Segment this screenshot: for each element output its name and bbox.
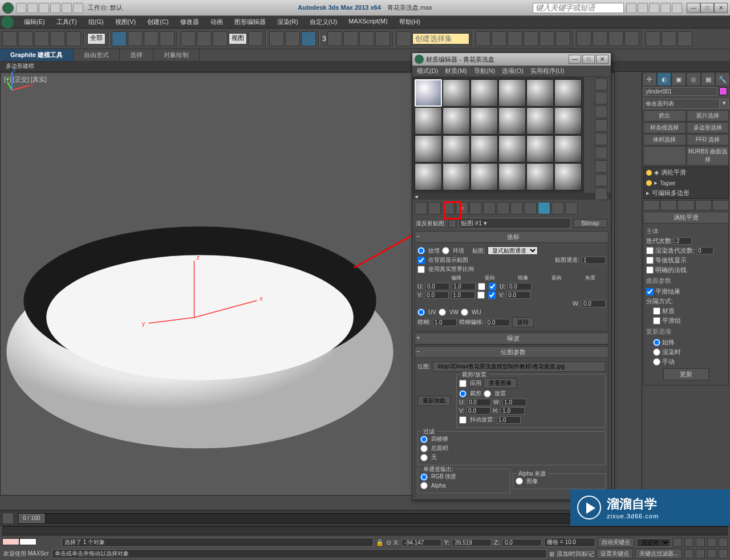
matmenu-util[interactable]: 实用程序(U): [528, 67, 566, 75]
u-tile-spinner[interactable]: [452, 283, 476, 290]
tab-hierarchy-icon[interactable]: ▣: [671, 72, 686, 86]
editselset-icon[interactable]: [396, 31, 411, 46]
make-unique-icon[interactable]: [483, 202, 496, 214]
lock-icon[interactable]: 🔒: [376, 539, 384, 546]
selbtn-patch[interactable]: 面片选择: [687, 110, 729, 121]
matmenu-material[interactable]: 材质(M): [443, 67, 469, 75]
realworld-check[interactable]: [417, 266, 425, 273]
play-icon[interactable]: [696, 538, 705, 547]
v-offset-spinner[interactable]: [425, 291, 449, 299]
teapot-icon[interactable]: [646, 31, 660, 46]
mirror-icon[interactable]: [476, 31, 490, 46]
manipulate-icon[interactable]: [269, 31, 284, 46]
material-slot[interactable]: [554, 163, 582, 190]
mapchannel-spinner[interactable]: [582, 257, 606, 264]
videocheck-icon[interactable]: [595, 133, 607, 145]
selbtn-vol[interactable]: 体积选择: [643, 134, 686, 145]
menu-group[interactable]: 组(G): [83, 16, 110, 28]
nav-maximize-icon[interactable]: [719, 549, 728, 558]
help-search-input[interactable]: [533, 3, 624, 13]
signin-icon[interactable]: [649, 3, 659, 13]
u-angle-spinner[interactable]: [508, 283, 532, 290]
material-check[interactable]: [653, 307, 660, 315]
maximize-button[interactable]: □: [700, 3, 714, 13]
play-prev-icon[interactable]: [684, 538, 694, 547]
mapping-dropdown[interactable]: 显式贴图通道: [488, 246, 538, 255]
uvtile-icon[interactable]: [595, 119, 607, 132]
nav-pan-icon[interactable]: [684, 549, 694, 558]
autokey-button[interactable]: 自动关键点: [598, 537, 634, 547]
y-coord[interactable]: 39.519: [452, 539, 492, 546]
material-slot[interactable]: [471, 107, 498, 135]
material-slot[interactable]: [471, 135, 498, 163]
render-iter-check[interactable]: [646, 247, 654, 254]
material-slot[interactable]: [554, 79, 582, 107]
isolate-icon[interactable]: ⊙: [386, 539, 391, 546]
apply-check[interactable]: [459, 380, 467, 387]
selbtn-empty[interactable]: [643, 146, 686, 165]
undo-icon[interactable]: [2, 31, 17, 46]
map-name-dropdown[interactable]: 贴图 #1 ▾: [459, 218, 571, 229]
material-slot[interactable]: [498, 163, 526, 190]
rollout-header[interactable]: 涡轮平滑: [644, 212, 728, 224]
menu-rendering[interactable]: 渲染(R): [271, 16, 304, 28]
update-button[interactable]: 更新: [663, 368, 709, 380]
v-mirror-check[interactable]: [477, 291, 485, 299]
undo-icon[interactable]: [50, 3, 60, 13]
selbtn-extrude[interactable]: 挤出: [643, 110, 686, 121]
material-slot[interactable]: [526, 135, 554, 163]
time-slider-handle[interactable]: 0 / 100: [19, 514, 44, 523]
iterations-spinner[interactable]: [675, 237, 692, 245]
menu-maxscript[interactable]: MAXScript(M): [343, 16, 393, 28]
render-icon[interactable]: [624, 31, 639, 46]
material-slot[interactable]: [415, 107, 442, 135]
material-slot[interactable]: [554, 107, 582, 135]
material-slot[interactable]: [443, 107, 470, 135]
track-bar[interactable]: [2, 526, 728, 535]
x-coord[interactable]: -94.147: [402, 539, 441, 546]
uv-radio[interactable]: [417, 309, 425, 316]
environ-radio[interactable]: [442, 247, 449, 254]
remove-icon[interactable]: [695, 200, 712, 210]
timeline-left-icon[interactable]: [2, 513, 14, 524]
sat-radio[interactable]: [420, 445, 428, 452]
get-material-icon[interactable]: [415, 202, 427, 214]
timetag-icon[interactable]: ⊞: [549, 550, 554, 558]
menu-animation[interactable]: 动画: [205, 16, 229, 28]
matedit-titlebar[interactable]: 材质编辑器 - 青花茶洗盘 — □ ✕: [412, 53, 611, 66]
menu-tools[interactable]: 工具(T): [51, 16, 83, 28]
backlight-icon[interactable]: [595, 92, 607, 104]
jitter-check[interactable]: [459, 416, 467, 424]
named-selset-input[interactable]: [412, 33, 469, 44]
listener-tab2[interactable]: [19, 538, 36, 545]
vw-radio[interactable]: [439, 309, 446, 316]
assign-to-sel-icon[interactable]: [442, 202, 455, 214]
crop-w-spinner[interactable]: [502, 399, 526, 406]
play-next-icon[interactable]: [707, 538, 716, 547]
material-slot[interactable]: [526, 79, 554, 107]
preview-icon[interactable]: [595, 147, 607, 159]
render-setup-icon[interactable]: [593, 31, 607, 46]
move-icon[interactable]: [181, 31, 196, 46]
w-angle-spinner[interactable]: [582, 300, 606, 307]
material-slot[interactable]: [471, 79, 498, 107]
bluroff-spinner[interactable]: [486, 319, 510, 326]
matid-icon[interactable]: [510, 202, 523, 214]
infocenter-icon[interactable]: [626, 3, 636, 13]
material-slot[interactable]: [415, 163, 442, 190]
object-color-swatch[interactable]: [719, 87, 727, 95]
bulb-icon[interactable]: [646, 170, 652, 176]
matmenu-nav[interactable]: 导航(N): [472, 67, 497, 75]
selbtn-ffd[interactable]: FFD 选择: [687, 134, 729, 145]
go-parent-icon[interactable]: [551, 202, 564, 214]
smooth-result-check[interactable]: [646, 288, 654, 295]
rotate-icon[interactable]: [197, 31, 212, 46]
render-frame-icon[interactable]: [609, 31, 623, 46]
menu-create[interactable]: 创建(C): [141, 16, 174, 28]
crop-u-spinner[interactable]: [467, 399, 491, 406]
tab-display-icon[interactable]: ▦: [701, 72, 716, 86]
reload-button[interactable]: 重新加载: [417, 396, 451, 406]
material-slot[interactable]: [498, 79, 526, 107]
u-offset-spinner[interactable]: [425, 283, 449, 290]
blur-spinner[interactable]: [433, 319, 457, 326]
